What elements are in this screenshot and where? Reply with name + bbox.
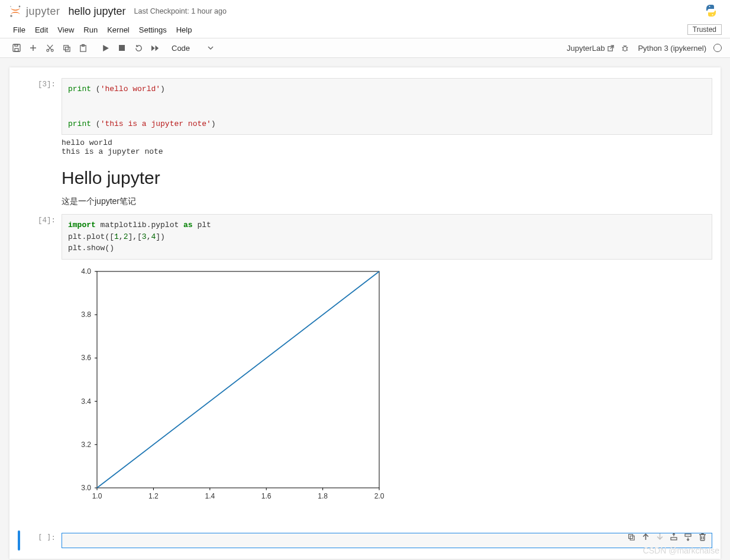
toolbar: Code JupyterLab Python 3 (ipykernel) xyxy=(0,38,730,58)
menu-file[interactable]: File xyxy=(8,24,30,36)
menu-kernel[interactable]: Kernel xyxy=(102,24,134,36)
kernel-status-icon[interactable] xyxy=(713,44,722,52)
svg-point-9 xyxy=(51,49,53,51)
svg-point-3 xyxy=(709,6,710,7)
delete-cell-icon[interactable] xyxy=(696,530,709,543)
interrupt-icon[interactable] xyxy=(114,40,130,56)
code-cell[interactable]: [3]: print ('hello world') print ('this … xyxy=(9,76,721,158)
svg-point-8 xyxy=(46,49,49,51)
run-icon[interactable] xyxy=(97,40,114,56)
insert-above-icon[interactable] xyxy=(667,530,680,543)
restart-icon[interactable] xyxy=(130,40,147,56)
svg-text:1.8: 1.8 xyxy=(318,492,328,500)
svg-text:3.6: 3.6 xyxy=(81,354,91,362)
svg-point-16 xyxy=(624,46,628,51)
svg-text:3.4: 3.4 xyxy=(81,397,91,405)
restart-run-all-icon[interactable] xyxy=(147,40,163,56)
notebook-title[interactable]: hello jupyter xyxy=(69,5,126,18)
cut-icon[interactable] xyxy=(41,40,58,56)
svg-text:1.0: 1.0 xyxy=(92,492,102,500)
notebook-area: [3]: print ('hello world') print ('this … xyxy=(0,58,730,560)
jupyter-icon xyxy=(8,4,22,18)
trusted-badge[interactable]: Trusted xyxy=(687,24,722,35)
svg-point-4 xyxy=(712,14,713,15)
menu-settings[interactable]: Settings xyxy=(134,24,172,36)
svg-rect-10 xyxy=(63,45,68,50)
code-cell[interactable]: [4]: import matplotlib.pyplot as plt plt… xyxy=(9,212,721,513)
kernel-name[interactable]: Python 3 (ipykernel) xyxy=(635,44,709,53)
svg-rect-42 xyxy=(629,534,633,538)
cell-prompt: [4]: xyxy=(9,214,62,510)
svg-rect-43 xyxy=(630,536,634,540)
copy-icon[interactable] xyxy=(58,40,75,56)
svg-rect-14 xyxy=(119,45,125,51)
save-icon[interactable] xyxy=(8,40,25,56)
notebook-paper: [3]: print ('hello world') print ('this … xyxy=(9,67,721,559)
cell-toolbar xyxy=(625,530,709,543)
menu-help[interactable]: Help xyxy=(172,24,197,36)
jupyter-logo[interactable]: jupyter xyxy=(8,4,60,18)
svg-point-2 xyxy=(10,6,11,7)
svg-text:3.0: 3.0 xyxy=(81,484,91,492)
svg-text:3.2: 3.2 xyxy=(81,440,91,448)
active-empty-cell[interactable]: [ ]: xyxy=(9,530,721,551)
menu-edit[interactable]: Edit xyxy=(30,24,53,36)
markdown-cell[interactable]: Hello jupyter 这是一个jupyter笔记 xyxy=(9,158,721,212)
celltype-label: Code xyxy=(172,44,190,53)
code-input[interactable] xyxy=(62,533,712,548)
code-input[interactable]: print ('hello world') print ('this is a … xyxy=(62,78,712,135)
header-bar: jupyter hello jupyter Last Checkpoint: 1… xyxy=(0,0,730,21)
svg-text:3.8: 3.8 xyxy=(81,310,91,319)
svg-text:1.6: 1.6 xyxy=(261,492,272,500)
cell-prompt xyxy=(9,161,62,209)
active-cell-indicator xyxy=(18,530,20,551)
python-icon xyxy=(704,4,718,20)
duplicate-cell-icon[interactable] xyxy=(625,530,638,543)
svg-point-0 xyxy=(19,6,21,8)
jupyter-wordmark: jupyter xyxy=(26,5,60,18)
paste-icon[interactable] xyxy=(75,40,91,56)
menu-view[interactable]: View xyxy=(53,24,79,36)
chart-output: 1.01.21.41.61.82.03.03.23.43.63.84.0 xyxy=(62,260,712,510)
svg-point-1 xyxy=(10,15,12,17)
line-chart: 1.01.21.41.61.82.03.03.23.43.63.84.0 xyxy=(62,264,390,507)
external-link-icon xyxy=(607,44,615,52)
chevron-down-icon xyxy=(208,45,214,51)
move-down-icon[interactable] xyxy=(653,530,666,543)
insert-below-icon[interactable] xyxy=(681,530,695,543)
celltype-select[interactable]: Code xyxy=(168,43,217,54)
code-output: hello world this is a jupyter note xyxy=(62,135,712,156)
menu-run[interactable]: Run xyxy=(79,24,102,36)
svg-rect-7 xyxy=(15,44,18,46)
svg-text:2.0: 2.0 xyxy=(374,492,385,500)
svg-text:1.4: 1.4 xyxy=(205,492,215,500)
move-up-icon[interactable] xyxy=(639,530,652,543)
menu-bar: File Edit View Run Kernel Settings Help … xyxy=(0,21,730,38)
markdown-rendered: Hello jupyter 这是一个jupyter笔记 xyxy=(62,161,712,209)
svg-rect-5 xyxy=(13,44,20,51)
code-input[interactable]: import matplotlib.pyplot as plt plt.plot… xyxy=(62,214,712,260)
svg-text:4.0: 4.0 xyxy=(81,267,91,276)
checkpoint-text: Last Checkpoint: 1 hour ago xyxy=(134,7,227,15)
svg-rect-45 xyxy=(685,534,691,536)
svg-rect-44 xyxy=(671,538,677,540)
cell-prompt: [3]: xyxy=(9,78,62,156)
add-cell-icon[interactable] xyxy=(25,40,41,56)
svg-text:1.2: 1.2 xyxy=(148,492,159,500)
svg-rect-6 xyxy=(15,48,18,51)
markdown-heading: Hello jupyter xyxy=(62,168,712,188)
debug-icon[interactable] xyxy=(618,40,632,56)
markdown-paragraph: 这是一个jupyter笔记 xyxy=(62,196,712,207)
open-jupyterlab-button[interactable]: JupyterLab xyxy=(567,44,615,53)
svg-rect-11 xyxy=(65,47,70,51)
